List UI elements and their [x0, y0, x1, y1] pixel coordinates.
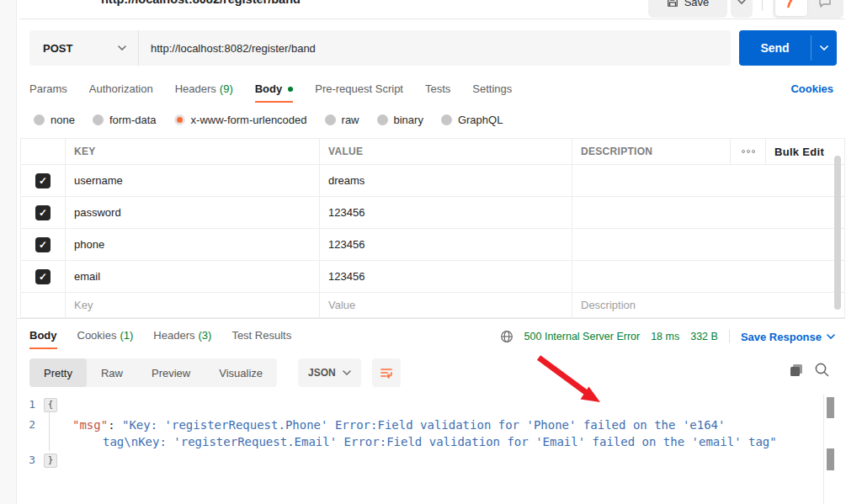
row-checkbox-cell	[21, 229, 65, 260]
view-mode-group: Pretty Raw Preview Visualize	[29, 358, 277, 387]
row-checkbox-cell	[21, 165, 65, 196]
topbar-bottom-border	[19, 19, 845, 19]
response-view-controls: Pretty Raw Preview Visualize JSON	[29, 358, 401, 387]
request-tabs: Params Authorization Headers(9) Body Pre…	[29, 77, 512, 103]
checkbox-checked-icon[interactable]	[35, 269, 51, 284]
search-icon[interactable]	[814, 362, 830, 378]
header-select-cell	[21, 139, 65, 164]
send-options-button[interactable]	[811, 30, 837, 66]
url-bar: POST http://localhost:8082/register/band…	[29, 30, 837, 66]
value-placeholder[interactable]: Value	[319, 293, 572, 317]
value-cell[interactable]: 123456	[319, 197, 572, 228]
globe-icon	[500, 330, 513, 343]
table-row: phone 123456	[20, 229, 845, 261]
tab-tests[interactable]: Tests	[425, 82, 450, 103]
view-visualize[interactable]: Visualize	[205, 358, 277, 387]
chevron-down-icon	[118, 45, 126, 50]
save-dropdown-button[interactable]	[731, 0, 753, 18]
code-scrollbar-track	[823, 394, 824, 504]
response-meta: 500 Internal Server Error 18 ms 332 B Sa…	[500, 330, 835, 343]
code-line-3: 3 }	[17, 452, 57, 469]
tab-body[interactable]: Body	[255, 82, 294, 103]
response-size: 332 B	[690, 331, 718, 342]
mode-raw[interactable]: raw	[325, 114, 359, 126]
radio-icon	[441, 114, 452, 125]
tab-response-cookies[interactable]: Cookies(1)	[77, 329, 134, 349]
key-cell[interactable]: username	[65, 165, 319, 196]
tab-pre-request-script[interactable]: Pre-request Script	[315, 82, 403, 103]
response-headers-count: (3)	[199, 329, 212, 342]
save-button[interactable]: Save	[648, 0, 727, 18]
edit-mode-button[interactable]	[775, 0, 807, 16]
code-scrollbar-thumb[interactable]	[827, 397, 834, 418]
view-preview[interactable]: Preview	[137, 358, 205, 387]
floppy-save-icon	[667, 0, 678, 8]
line-number: 1	[17, 396, 35, 413]
chevron-down-icon	[343, 370, 351, 375]
method-select[interactable]: POST	[29, 30, 139, 66]
mode-none[interactable]: none	[34, 114, 75, 126]
key-cell[interactable]: password	[65, 197, 319, 228]
mode-graphql[interactable]: GraphQL	[441, 114, 503, 126]
key-cell[interactable]: email	[65, 261, 319, 292]
code-line-2-wrap: tag\nKey: 'registerRequest.Email' Error:…	[17, 433, 777, 450]
format-label: JSON	[308, 367, 336, 379]
wrap-lines-icon	[380, 366, 393, 379]
url-input[interactable]: http://localhost:8082/register/band	[139, 42, 316, 55]
view-raw[interactable]: Raw	[87, 358, 137, 387]
chevron-down-icon	[820, 45, 828, 50]
code-line-1: 1 {	[17, 396, 57, 413]
copy-icon[interactable]	[789, 363, 804, 378]
more-options-icon[interactable]	[730, 139, 765, 164]
comments-button[interactable]	[809, 0, 841, 16]
value-cell[interactable]: dreams	[319, 165, 572, 196]
fold-close-brace-icon[interactable]: }	[44, 454, 57, 468]
view-pretty[interactable]: Pretty	[29, 358, 87, 387]
tab-test-results[interactable]: Test Results	[231, 329, 291, 349]
mode-x-www-form-urlencoded[interactable]: x-www-form-urlencoded	[174, 114, 307, 126]
row-checkbox-cell	[21, 293, 65, 317]
checkbox-checked-icon[interactable]	[35, 205, 51, 220]
mode-form-data[interactable]: form-data	[93, 114, 157, 126]
url-field: POST http://localhost:8082/register/band	[29, 30, 731, 66]
table-row: password 123456	[20, 197, 845, 229]
row-checkbox-cell	[21, 197, 65, 228]
description-cell[interactable]	[572, 229, 844, 260]
table-row: username dreams	[20, 165, 845, 197]
body-mode-selector: none form-data x-www-form-urlencoded raw…	[34, 109, 503, 130]
save-response-button[interactable]: Save Response	[741, 331, 835, 343]
tab-response-headers[interactable]: Headers(3)	[153, 329, 211, 349]
value-cell[interactable]: 123456	[319, 261, 572, 292]
format-select[interactable]: JSON	[298, 358, 361, 387]
checkbox-checked-icon[interactable]	[35, 237, 51, 252]
description-cell[interactable]	[572, 165, 844, 196]
json-key: "msg"	[72, 418, 108, 432]
fold-open-brace-icon[interactable]: {	[44, 398, 57, 412]
tab-authorization[interactable]: Authorization	[89, 82, 153, 103]
json-string-continued: tag\nKey: 'registerRequest.Email' Error:…	[103, 433, 777, 450]
key-placeholder[interactable]: Key	[65, 293, 319, 317]
radio-selected-icon	[174, 114, 185, 125]
send-button-label[interactable]: Send	[739, 30, 811, 66]
comment-bubble-icon	[818, 0, 832, 8]
tab-headers[interactable]: Headers(9)	[175, 82, 233, 103]
bulk-edit-button[interactable]: Bulk Edit	[765, 139, 844, 164]
description-placeholder[interactable]: Description	[572, 293, 844, 317]
description-cell[interactable]	[572, 261, 844, 292]
checkbox-checked-icon[interactable]	[35, 173, 51, 188]
mode-binary[interactable]: binary	[377, 114, 423, 126]
table-scrollbar[interactable]	[834, 156, 841, 310]
description-cell[interactable]	[572, 197, 844, 228]
key-cell[interactable]: phone	[65, 229, 319, 260]
postman-request-view: http://localhost:8082/register/band Save…	[0, 0, 862, 504]
tab-params[interactable]: Params	[29, 82, 67, 103]
pencil-icon	[785, 0, 797, 8]
wrap-lines-button[interactable]	[372, 358, 401, 387]
tab-settings[interactable]: Settings	[472, 82, 512, 103]
code-scrollbar-thumb[interactable]	[827, 448, 834, 470]
tab-response-body[interactable]: Body	[29, 329, 57, 349]
cookies-link[interactable]: Cookies	[790, 82, 833, 95]
kv-table-header: KEY VALUE DESCRIPTION Bulk Edit	[20, 138, 845, 165]
send-button[interactable]: Send	[739, 30, 837, 66]
value-cell[interactable]: 123456	[319, 229, 572, 260]
